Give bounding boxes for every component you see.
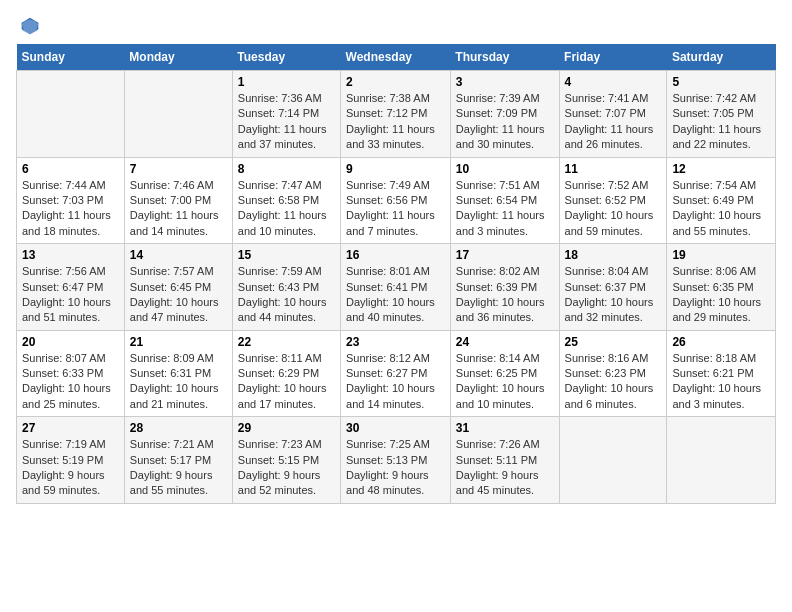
calendar-cell: 27Sunrise: 7:19 AM Sunset: 5:19 PM Dayli… bbox=[17, 417, 125, 504]
calendar-table: SundayMondayTuesdayWednesdayThursdayFrid… bbox=[16, 44, 776, 504]
day-info: Sunrise: 7:19 AM Sunset: 5:19 PM Dayligh… bbox=[22, 437, 119, 499]
day-info: Sunrise: 8:01 AM Sunset: 6:41 PM Dayligh… bbox=[346, 264, 445, 326]
calendar-cell: 21Sunrise: 8:09 AM Sunset: 6:31 PM Dayli… bbox=[124, 330, 232, 417]
day-info: Sunrise: 7:26 AM Sunset: 5:11 PM Dayligh… bbox=[456, 437, 554, 499]
calendar-cell: 8Sunrise: 7:47 AM Sunset: 6:58 PM Daylig… bbox=[232, 157, 340, 244]
calendar-header-tuesday: Tuesday bbox=[232, 44, 340, 71]
day-number: 16 bbox=[346, 248, 445, 262]
day-number: 23 bbox=[346, 335, 445, 349]
calendar-cell: 28Sunrise: 7:21 AM Sunset: 5:17 PM Dayli… bbox=[124, 417, 232, 504]
calendar-header-monday: Monday bbox=[124, 44, 232, 71]
day-info: Sunrise: 7:57 AM Sunset: 6:45 PM Dayligh… bbox=[130, 264, 227, 326]
calendar-cell: 17Sunrise: 8:02 AM Sunset: 6:39 PM Dayli… bbox=[450, 244, 559, 331]
calendar-week-row: 1Sunrise: 7:36 AM Sunset: 7:14 PM Daylig… bbox=[17, 71, 776, 158]
day-number: 31 bbox=[456, 421, 554, 435]
calendar-cell: 25Sunrise: 8:16 AM Sunset: 6:23 PM Dayli… bbox=[559, 330, 667, 417]
day-number: 28 bbox=[130, 421, 227, 435]
day-info: Sunrise: 7:51 AM Sunset: 6:54 PM Dayligh… bbox=[456, 178, 554, 240]
calendar-cell: 30Sunrise: 7:25 AM Sunset: 5:13 PM Dayli… bbox=[341, 417, 451, 504]
calendar-cell: 19Sunrise: 8:06 AM Sunset: 6:35 PM Dayli… bbox=[667, 244, 776, 331]
logo bbox=[16, 16, 40, 36]
day-info: Sunrise: 8:04 AM Sunset: 6:37 PM Dayligh… bbox=[565, 264, 662, 326]
day-number: 2 bbox=[346, 75, 445, 89]
calendar-cell: 6Sunrise: 7:44 AM Sunset: 7:03 PM Daylig… bbox=[17, 157, 125, 244]
calendar-cell bbox=[667, 417, 776, 504]
day-number: 11 bbox=[565, 162, 662, 176]
day-number: 1 bbox=[238, 75, 335, 89]
calendar-cell: 10Sunrise: 7:51 AM Sunset: 6:54 PM Dayli… bbox=[450, 157, 559, 244]
day-info: Sunrise: 8:18 AM Sunset: 6:21 PM Dayligh… bbox=[672, 351, 770, 413]
calendar-header-row: SundayMondayTuesdayWednesdayThursdayFrid… bbox=[17, 44, 776, 71]
calendar-cell: 5Sunrise: 7:42 AM Sunset: 7:05 PM Daylig… bbox=[667, 71, 776, 158]
calendar-header-wednesday: Wednesday bbox=[341, 44, 451, 71]
calendar-cell: 18Sunrise: 8:04 AM Sunset: 6:37 PM Dayli… bbox=[559, 244, 667, 331]
day-number: 3 bbox=[456, 75, 554, 89]
calendar-cell: 11Sunrise: 7:52 AM Sunset: 6:52 PM Dayli… bbox=[559, 157, 667, 244]
calendar-cell: 7Sunrise: 7:46 AM Sunset: 7:00 PM Daylig… bbox=[124, 157, 232, 244]
day-number: 20 bbox=[22, 335, 119, 349]
day-info: Sunrise: 8:09 AM Sunset: 6:31 PM Dayligh… bbox=[130, 351, 227, 413]
day-number: 8 bbox=[238, 162, 335, 176]
calendar-cell: 13Sunrise: 7:56 AM Sunset: 6:47 PM Dayli… bbox=[17, 244, 125, 331]
calendar-body: 1Sunrise: 7:36 AM Sunset: 7:14 PM Daylig… bbox=[17, 71, 776, 504]
calendar-cell: 3Sunrise: 7:39 AM Sunset: 7:09 PM Daylig… bbox=[450, 71, 559, 158]
day-number: 22 bbox=[238, 335, 335, 349]
calendar-cell: 14Sunrise: 7:57 AM Sunset: 6:45 PM Dayli… bbox=[124, 244, 232, 331]
calendar-week-row: 27Sunrise: 7:19 AM Sunset: 5:19 PM Dayli… bbox=[17, 417, 776, 504]
page-header bbox=[16, 16, 776, 36]
day-info: Sunrise: 7:25 AM Sunset: 5:13 PM Dayligh… bbox=[346, 437, 445, 499]
day-info: Sunrise: 8:02 AM Sunset: 6:39 PM Dayligh… bbox=[456, 264, 554, 326]
calendar-header-saturday: Saturday bbox=[667, 44, 776, 71]
day-number: 18 bbox=[565, 248, 662, 262]
calendar-cell: 2Sunrise: 7:38 AM Sunset: 7:12 PM Daylig… bbox=[341, 71, 451, 158]
day-info: Sunrise: 7:54 AM Sunset: 6:49 PM Dayligh… bbox=[672, 178, 770, 240]
day-number: 15 bbox=[238, 248, 335, 262]
day-number: 21 bbox=[130, 335, 227, 349]
day-number: 25 bbox=[565, 335, 662, 349]
day-info: Sunrise: 7:42 AM Sunset: 7:05 PM Dayligh… bbox=[672, 91, 770, 153]
day-number: 19 bbox=[672, 248, 770, 262]
calendar-header-friday: Friday bbox=[559, 44, 667, 71]
day-number: 9 bbox=[346, 162, 445, 176]
day-number: 12 bbox=[672, 162, 770, 176]
day-number: 29 bbox=[238, 421, 335, 435]
calendar-week-row: 6Sunrise: 7:44 AM Sunset: 7:03 PM Daylig… bbox=[17, 157, 776, 244]
day-info: Sunrise: 7:41 AM Sunset: 7:07 PM Dayligh… bbox=[565, 91, 662, 153]
day-info: Sunrise: 8:11 AM Sunset: 6:29 PM Dayligh… bbox=[238, 351, 335, 413]
day-info: Sunrise: 7:59 AM Sunset: 6:43 PM Dayligh… bbox=[238, 264, 335, 326]
calendar-cell bbox=[124, 71, 232, 158]
calendar-cell: 15Sunrise: 7:59 AM Sunset: 6:43 PM Dayli… bbox=[232, 244, 340, 331]
day-number: 13 bbox=[22, 248, 119, 262]
day-info: Sunrise: 8:16 AM Sunset: 6:23 PM Dayligh… bbox=[565, 351, 662, 413]
calendar-cell: 16Sunrise: 8:01 AM Sunset: 6:41 PM Dayli… bbox=[341, 244, 451, 331]
calendar-cell: 1Sunrise: 7:36 AM Sunset: 7:14 PM Daylig… bbox=[232, 71, 340, 158]
day-info: Sunrise: 7:36 AM Sunset: 7:14 PM Dayligh… bbox=[238, 91, 335, 153]
calendar-cell: 9Sunrise: 7:49 AM Sunset: 6:56 PM Daylig… bbox=[341, 157, 451, 244]
day-number: 10 bbox=[456, 162, 554, 176]
calendar-cell bbox=[559, 417, 667, 504]
calendar-cell: 22Sunrise: 8:11 AM Sunset: 6:29 PM Dayli… bbox=[232, 330, 340, 417]
day-info: Sunrise: 7:38 AM Sunset: 7:12 PM Dayligh… bbox=[346, 91, 445, 153]
day-info: Sunrise: 7:44 AM Sunset: 7:03 PM Dayligh… bbox=[22, 178, 119, 240]
calendar-cell: 23Sunrise: 8:12 AM Sunset: 6:27 PM Dayli… bbox=[341, 330, 451, 417]
calendar-header-sunday: Sunday bbox=[17, 44, 125, 71]
day-info: Sunrise: 7:39 AM Sunset: 7:09 PM Dayligh… bbox=[456, 91, 554, 153]
calendar-cell: 4Sunrise: 7:41 AM Sunset: 7:07 PM Daylig… bbox=[559, 71, 667, 158]
day-info: Sunrise: 7:21 AM Sunset: 5:17 PM Dayligh… bbox=[130, 437, 227, 499]
calendar-week-row: 20Sunrise: 8:07 AM Sunset: 6:33 PM Dayli… bbox=[17, 330, 776, 417]
calendar-cell: 26Sunrise: 8:18 AM Sunset: 6:21 PM Dayli… bbox=[667, 330, 776, 417]
calendar-cell: 31Sunrise: 7:26 AM Sunset: 5:11 PM Dayli… bbox=[450, 417, 559, 504]
day-number: 27 bbox=[22, 421, 119, 435]
day-number: 30 bbox=[346, 421, 445, 435]
day-info: Sunrise: 8:12 AM Sunset: 6:27 PM Dayligh… bbox=[346, 351, 445, 413]
day-number: 7 bbox=[130, 162, 227, 176]
day-number: 24 bbox=[456, 335, 554, 349]
day-info: Sunrise: 7:52 AM Sunset: 6:52 PM Dayligh… bbox=[565, 178, 662, 240]
day-info: Sunrise: 8:06 AM Sunset: 6:35 PM Dayligh… bbox=[672, 264, 770, 326]
calendar-cell: 24Sunrise: 8:14 AM Sunset: 6:25 PM Dayli… bbox=[450, 330, 559, 417]
calendar-cell: 29Sunrise: 7:23 AM Sunset: 5:15 PM Dayli… bbox=[232, 417, 340, 504]
calendar-cell: 20Sunrise: 8:07 AM Sunset: 6:33 PM Dayli… bbox=[17, 330, 125, 417]
day-number: 5 bbox=[672, 75, 770, 89]
day-number: 26 bbox=[672, 335, 770, 349]
day-info: Sunrise: 8:07 AM Sunset: 6:33 PM Dayligh… bbox=[22, 351, 119, 413]
